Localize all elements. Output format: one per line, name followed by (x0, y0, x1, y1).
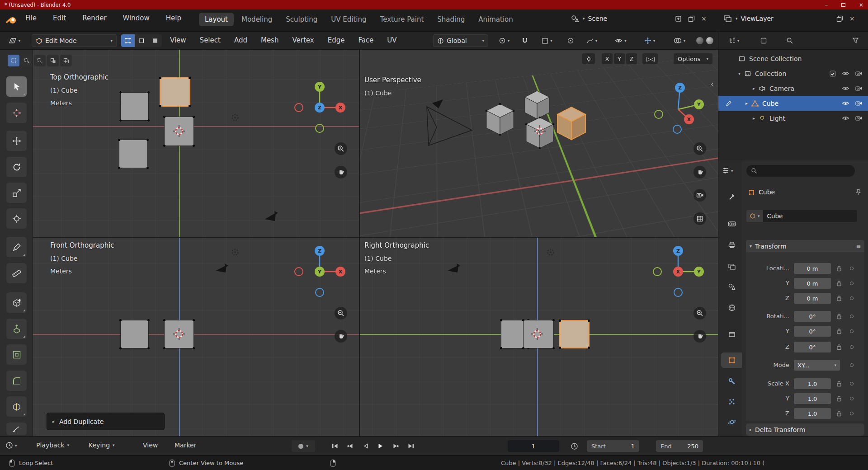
tool-move[interactable] (6, 131, 27, 151)
location-z-field[interactable]: 0 m (794, 293, 831, 304)
snap-target-dropdown[interactable]: ▾ (535, 34, 559, 47)
close-button[interactable]: × (859, 2, 863, 8)
tab-output[interactable] (721, 237, 742, 253)
select-subtract-button[interactable] (34, 55, 46, 66)
auto-key-button[interactable]: ▾ (292, 440, 315, 452)
workspace-tab-modeling[interactable]: Modeling (236, 13, 278, 26)
current-frame-field[interactable]: 1 (508, 440, 559, 452)
lock-icon[interactable] (836, 313, 842, 320)
window-titlebar[interactable]: * (Unsaved) - Blender 4.0 – × (0, 0, 868, 9)
tab-collection[interactable] (721, 327, 742, 342)
timeline-menu-keying[interactable]: Keying▾ (89, 442, 115, 449)
pan-button[interactable] (693, 166, 706, 179)
menu-view[interactable]: View (170, 36, 186, 44)
workspace-tab-uv-editing[interactable]: UV Editing (325, 13, 372, 26)
lock-icon[interactable] (836, 381, 842, 387)
viewlayer-name[interactable]: ViewLayer (741, 15, 809, 22)
workspace-tab-texture-paint[interactable]: Texture Paint (374, 13, 430, 26)
hide-eye-icon[interactable] (842, 115, 849, 121)
outliner-search-icon[interactable] (786, 37, 793, 44)
menu-vertex[interactable]: Vertex (292, 36, 314, 44)
lock-icon[interactable] (836, 395, 842, 402)
outliner-row-scene-collection[interactable]: Scene Collection (718, 51, 868, 66)
mesh-cube[interactable] (119, 140, 148, 168)
viewport-front-orthographic[interactable]: Front Orthographic (1) Cube Meters Z X Y… (33, 238, 359, 436)
rotation-y-field[interactable]: 0° (794, 326, 831, 337)
light-object[interactable] (546, 247, 556, 257)
camera-object[interactable] (262, 208, 280, 224)
delta-transform-panel[interactable]: ▸ Delta Transform (746, 423, 864, 436)
lock-icon[interactable] (836, 295, 842, 301)
object-name-field[interactable]: Cube (763, 210, 857, 222)
location-y-field[interactable]: 0 m (794, 278, 831, 289)
render-visibility-icon[interactable] (855, 85, 863, 91)
animate-dot[interactable] (850, 329, 854, 333)
light-object[interactable] (230, 247, 240, 257)
navigation-gizmo[interactable]: Z X Y (292, 244, 347, 299)
hide-eye-icon[interactable] (842, 100, 849, 106)
tab-view-layer[interactable] (721, 259, 742, 274)
render-visibility-icon[interactable] (855, 100, 863, 106)
outliner-display-mode-icon[interactable] (760, 37, 767, 44)
viewport-user-perspective[interactable]: User Perspective (1) Cube X Y Z ▷◁ Optio… (360, 50, 718, 237)
camera-object[interactable] (214, 263, 229, 274)
lock-icon[interactable] (836, 410, 842, 417)
viewport-right-orthographic[interactable]: Right Orthographic (1) Cube Meters Z Y X (360, 238, 718, 436)
outliner-editor-type-button[interactable]: ▾ (724, 34, 744, 47)
tool-extrude[interactable] (6, 319, 27, 339)
select-set-button[interactable] (8, 55, 19, 66)
collapse-icon[interactable]: ▾ (738, 71, 741, 76)
timeline-menu-playback[interactable]: Playback▾ (36, 442, 69, 449)
navigation-gizmo[interactable]: Z Y X (651, 80, 705, 135)
frame-end-field[interactable]: End250 (656, 440, 703, 452)
navigation-gizmo[interactable]: Z Y X (651, 244, 705, 299)
blender-logo-icon[interactable] (6, 15, 18, 25)
workspace-tab-sculpting[interactable]: Sculpting (280, 13, 323, 26)
play-button[interactable] (373, 440, 387, 452)
tool-inset-faces[interactable] (6, 344, 27, 365)
tool-cursor[interactable] (6, 103, 27, 123)
menu-face[interactable]: Face (358, 36, 373, 44)
minimize-button[interactable]: – (825, 2, 828, 8)
outliner-filter-icon[interactable] (852, 37, 859, 44)
lock-icon[interactable] (836, 280, 842, 287)
tool-select-box[interactable] (6, 76, 27, 97)
menu-edge[interactable]: Edge (328, 36, 345, 44)
tool-scale[interactable] (6, 183, 27, 203)
select-invert-button[interactable] (47, 55, 59, 66)
select-mode-face-button[interactable] (148, 34, 162, 47)
pan-button[interactable] (693, 330, 706, 343)
menu-select[interactable]: Select (200, 36, 221, 44)
copy-scene-icon[interactable] (688, 15, 695, 22)
editor-type-button[interactable]: ▾ (5, 34, 24, 47)
animate-dot[interactable] (850, 267, 854, 270)
axis-y-button[interactable]: Y (614, 53, 625, 64)
shading-solid-button[interactable] (706, 37, 713, 44)
hide-eye-icon[interactable] (842, 70, 849, 76)
mirror-button[interactable]: ▷◁ (642, 53, 658, 64)
panel-grip-icon[interactable]: ≡ (856, 243, 861, 249)
rotation-z-field[interactable]: 0° (794, 342, 831, 352)
proportional-falloff-dropdown[interactable]: ▾ (580, 34, 603, 47)
scene-browse-caret[interactable]: ▾ (583, 16, 585, 21)
scale-z-field[interactable]: 1.0 (794, 408, 831, 419)
next-keyframe-button[interactable] (389, 440, 402, 452)
tab-object[interactable] (721, 352, 742, 368)
region-collapse-arrow[interactable]: ‹ (711, 80, 714, 89)
tab-particles[interactable] (721, 394, 742, 409)
menu-render[interactable]: Render (82, 14, 106, 22)
outliner-row-camera[interactable]: ▸ Camera (718, 81, 868, 96)
tool-bevel[interactable] (6, 371, 27, 391)
animate-dot[interactable] (850, 345, 854, 349)
mesh-cube-selected[interactable] (559, 320, 590, 348)
tool-knife[interactable] (6, 423, 27, 435)
viewport-top-orthographic[interactable]: Top Orthographic (1) Cube Meters Y X Z (33, 50, 359, 237)
tab-render[interactable] (721, 216, 742, 231)
lock-icon[interactable] (836, 265, 842, 272)
outliner-row-collection[interactable]: ▾ Collection (718, 66, 868, 81)
render-visibility-icon[interactable] (855, 115, 863, 121)
tool-add-cube[interactable] (6, 292, 27, 313)
visibility-dropdown[interactable]: ▾ (609, 34, 633, 47)
scene-icon[interactable] (571, 14, 580, 23)
pivot-point-dropdown[interactable]: ▾ (494, 34, 514, 47)
